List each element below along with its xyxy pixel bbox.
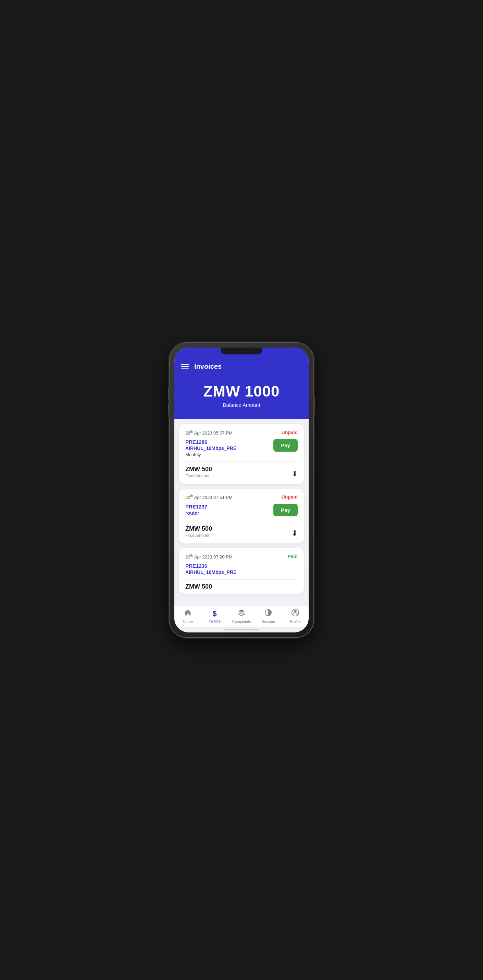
phone-frame: Invoices ZMW 1000 Balance Amount 28th Ap… — [170, 343, 314, 637]
page-title: Invoices — [194, 363, 222, 371]
invoice-row3: ZMW 500 Final Amount ⬇ — [185, 461, 298, 478]
nav-item-session[interactable]: Session — [258, 609, 279, 624]
invoice-nav-icon: $ — [212, 609, 217, 618]
volume-down-button — [168, 402, 170, 415]
notch — [221, 348, 262, 355]
download-icon-1[interactable]: ⬇ — [292, 469, 298, 478]
balance-section: ZMW 1000 Balance Amount — [174, 375, 309, 419]
invoice-row2-3: PRE1236 AIRHUL_10Mbps_PRE — [185, 563, 298, 576]
invoice-id-2: PRE1237 — [185, 504, 207, 509]
nav-label-session: Session — [262, 619, 275, 624]
nav-item-invoice[interactable]: $ Invoice — [204, 609, 225, 623]
invoice-amount-3: ZMW 500 — [185, 583, 298, 590]
invoice-amount-label-2: Final Amount — [185, 533, 212, 538]
home-indicator — [174, 627, 309, 632]
pay-button-2[interactable]: Pay — [273, 504, 298, 516]
invoice-details-1: PRE1286 AIRHUL_10Mbps_PRE Monthly — [185, 439, 236, 457]
invoice-id-1: PRE1286 — [185, 439, 236, 445]
invoice-date-2: 20th Apr 2023 07:51 PM — [185, 494, 233, 500]
invoice-amount-label-1: Final Amount — [185, 474, 212, 478]
power-button — [314, 396, 315, 415]
invoice-status-3: Paid — [287, 554, 298, 559]
invoice-status-2: Unpaid — [282, 494, 298, 500]
svg-point-1 — [294, 610, 296, 612]
balance-label: Balance Amount — [181, 402, 302, 408]
nav-item-complaints[interactable]: Complaints — [231, 609, 252, 624]
invoice-amount-block-2: ZMW 500 Final Amount — [185, 525, 212, 538]
invoice-amount-1: ZMW 500 — [185, 466, 212, 473]
invoice-row1-2: 20th Apr 2023 07:51 PM Unpaid — [185, 494, 298, 500]
invoice-plan-2: router — [185, 510, 207, 516]
bottom-nav: Home $ Invoice Complaints — [174, 606, 309, 627]
home-indicator-bar — [225, 629, 259, 630]
invoice-date-1: 28th Apr 2023 05:07 PM — [185, 430, 233, 436]
invoice-card-1: 28th Apr 2023 05:07 PM Unpaid PRE1286 AI… — [179, 424, 304, 484]
invoice-date-3: 20th Apr 2023 07:20 PM — [185, 554, 233, 560]
top-bar: Invoices — [174, 358, 309, 375]
invoice-row1: 28th Apr 2023 05:07 PM Unpaid — [185, 430, 298, 436]
invoice-amount-2: ZMW 500 — [185, 525, 212, 533]
complaints-nav-icon — [238, 609, 245, 619]
invoice-plan-3: AIRHUL_10Mbps_PRE — [185, 570, 236, 575]
status-bar — [174, 348, 309, 358]
invoice-row2: PRE1286 AIRHUL_10Mbps_PRE Monthly Pay — [185, 439, 298, 457]
nav-item-home[interactable]: Home — [177, 609, 198, 624]
nav-label-profile: Profile — [290, 619, 300, 624]
invoice-list: 28th Apr 2023 05:07 PM Unpaid PRE1286 AI… — [174, 419, 309, 606]
nav-label-home: Home — [183, 619, 193, 624]
profile-nav-icon — [292, 609, 299, 619]
nav-label-invoice: Invoice — [209, 619, 221, 623]
invoice-card-2: 20th Apr 2023 07:51 PM Unpaid PRE1237 ro… — [179, 488, 304, 543]
invoice-details-2: PRE1237 router — [185, 504, 207, 517]
invoice-row2-2: PRE1237 router Pay — [185, 504, 298, 517]
invoice-plan-1: AIRHUL_10Mbps_PRE — [185, 445, 236, 451]
invoice-row3-2: ZMW 500 Final Amount ⬇ — [185, 521, 298, 538]
pay-button-1[interactable]: Pay — [273, 439, 298, 452]
invoice-row1-3: 20th Apr 2023 07:20 PM Paid — [185, 554, 298, 560]
session-nav-icon — [265, 609, 272, 619]
nav-item-profile[interactable]: Profile — [285, 609, 306, 624]
balance-amount: ZMW 1000 — [181, 383, 302, 400]
invoice-details-3: PRE1236 AIRHUL_10Mbps_PRE — [185, 563, 236, 576]
invoice-type-1: Monthly — [185, 452, 236, 457]
home-nav-icon — [184, 609, 191, 619]
invoice-amount-block-1: ZMW 500 Final Amount — [185, 466, 212, 478]
phone-screen: Invoices ZMW 1000 Balance Amount 28th Ap… — [174, 348, 309, 632]
invoice-status-1: Unpaid — [282, 430, 298, 435]
invoice-card-3: 20th Apr 2023 07:20 PM Paid PRE1236 AIRH… — [179, 548, 304, 594]
invoice-partial-amount: ZMW 500 — [185, 579, 298, 590]
nav-label-complaints: Complaints — [232, 619, 251, 624]
menu-button[interactable] — [181, 364, 189, 369]
invoice-id-3: PRE1236 — [185, 563, 236, 569]
download-icon-2[interactable]: ⬇ — [292, 529, 298, 538]
volume-up-button — [168, 387, 170, 399]
